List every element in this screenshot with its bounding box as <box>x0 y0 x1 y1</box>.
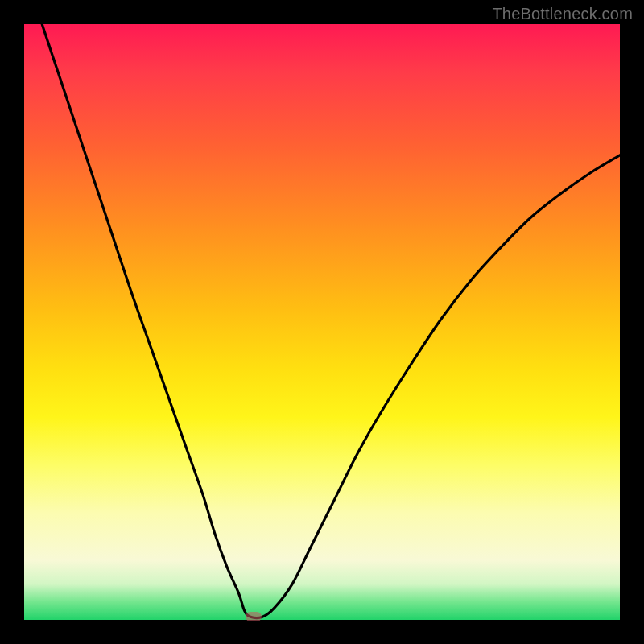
plot-area <box>24 24 620 620</box>
curve-path <box>42 24 620 617</box>
bottleneck-curve <box>24 24 620 620</box>
min-marker <box>246 612 262 621</box>
watermark-text: TheBottleneck.com <box>492 5 633 23</box>
chart-frame: TheBottleneck.com <box>0 0 644 644</box>
